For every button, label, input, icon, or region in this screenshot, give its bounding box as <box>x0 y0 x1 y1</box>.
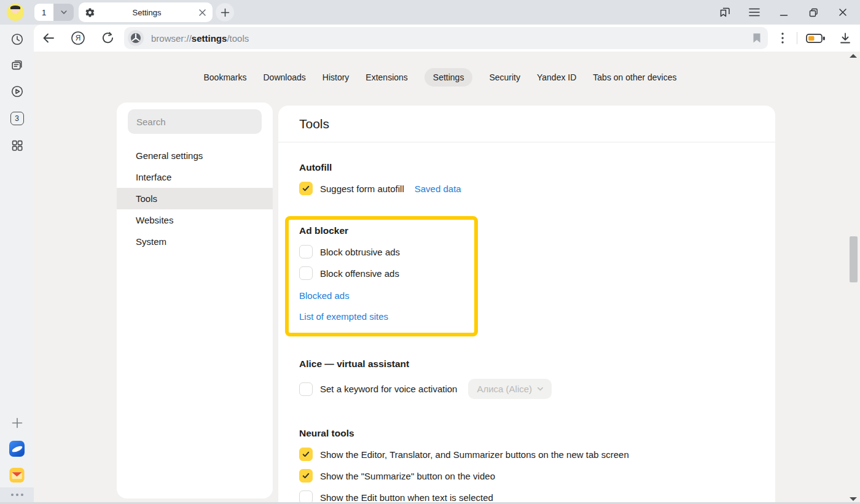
minimize-button[interactable] <box>769 0 799 25</box>
side-panel-button[interactable] <box>710 0 740 25</box>
saved-data-link[interactable]: Saved data <box>415 184 461 194</box>
suggest-autofill-row: Suggest form autofill Saved data <box>299 182 754 195</box>
menu-button[interactable] <box>740 0 769 25</box>
reload-button[interactable] <box>100 31 115 45</box>
navigation-toolbar: Я browser://settings/tools <box>34 25 860 52</box>
settings-page: Bookmarks Downloads History Extensions S… <box>34 52 860 504</box>
summarize-button-label: Show the "Summarize" button on the video <box>320 471 495 481</box>
apps-grid-button[interactable] <box>9 138 25 153</box>
tab-counter-button[interactable]: 1 <box>34 4 53 21</box>
block-offensive-label: Block offensive ads <box>320 268 399 279</box>
edit-button-label: Show the Edit button when text is select… <box>320 492 493 503</box>
feed-button[interactable] <box>9 57 25 72</box>
scrollbar-thumb[interactable] <box>850 236 858 282</box>
grid-icon <box>10 138 25 153</box>
yandex-disk-app-button[interactable] <box>9 441 25 456</box>
voice-keyword-checkbox[interactable] <box>299 382 313 396</box>
clock-icon <box>10 32 25 47</box>
mail-app-icon <box>9 467 25 483</box>
new-tab-button[interactable] <box>216 3 234 21</box>
titlebar: 1 Settings <box>0 0 860 25</box>
neural-editor-row: Show the Editor, Translator, and Summari… <box>299 448 754 461</box>
autofill-heading: Autofill <box>299 161 754 174</box>
blocked-ads-link[interactable]: Blocked ads <box>299 290 464 301</box>
block-obtrusive-label: Block obtrusive ads <box>320 247 400 257</box>
tab-close-icon[interactable] <box>198 9 206 17</box>
search-input[interactable] <box>128 109 262 134</box>
editor-buttons-checkbox[interactable] <box>299 448 313 461</box>
back-arrow-icon <box>42 32 55 44</box>
video-button[interactable] <box>9 83 25 99</box>
chevron-down-icon <box>60 8 68 17</box>
menu-item-tools[interactable]: Tools <box>117 188 273 209</box>
tab-list-chevron-button[interactable] <box>53 4 74 21</box>
keyword-dropdown-value: Алиса (Alice) <box>477 384 532 394</box>
battery-saver-button[interactable] <box>806 33 825 44</box>
profile-avatar[interactable] <box>7 4 24 21</box>
menu-item-general[interactable]: General settings <box>117 145 273 166</box>
block-obtrusive-row: Block obtrusive ads <box>299 245 464 258</box>
scroll-up-arrow[interactable] <box>850 54 857 58</box>
window-controls <box>710 0 858 25</box>
tab-counter-group: 1 <box>34 4 74 21</box>
disk-app-icon <box>9 441 25 457</box>
maximize-button[interactable] <box>799 0 828 25</box>
settings-menu-panel: General settings Interface Tools Website… <box>117 103 273 498</box>
settings-nav: Bookmarks Downloads History Extensions S… <box>34 68 846 87</box>
nav-tab-extensions[interactable]: Extensions <box>366 68 407 87</box>
feed-pages-icon <box>10 58 25 72</box>
plus-icon <box>221 8 230 17</box>
more-actions-button[interactable] <box>775 31 790 45</box>
nav-tab-other-devices[interactable]: Tabs on other devices <box>593 68 676 87</box>
yandex-mail-app-button[interactable] <box>9 467 25 483</box>
summarize-button-checkbox[interactable] <box>299 469 313 483</box>
tabs-button[interactable]: 3 <box>9 110 25 126</box>
history-button[interactable] <box>9 31 25 47</box>
chevron-down-icon <box>536 385 544 393</box>
add-panel-button[interactable] <box>9 415 25 430</box>
close-button[interactable] <box>828 0 858 25</box>
page-title: Tools <box>299 106 754 132</box>
yandex-search-button[interactable]: Я <box>71 31 85 45</box>
exempted-sites-link[interactable]: List of exempted sites <box>299 311 464 322</box>
nav-tab-yandex-id[interactable]: Yandex ID <box>537 68 576 87</box>
nav-tab-security[interactable]: Security <box>489 68 520 87</box>
suggest-autofill-checkbox[interactable] <box>299 182 313 195</box>
keyword-dropdown[interactable]: Алиса (Alice) <box>468 379 552 399</box>
nav-tab-history[interactable]: History <box>322 68 350 87</box>
toolbar-divider <box>797 32 797 44</box>
site-badge-icon[interactable] <box>128 30 144 46</box>
back-button[interactable] <box>41 31 56 45</box>
bookmark-icon[interactable] <box>752 33 762 44</box>
rail-more-button[interactable] <box>0 487 34 502</box>
title-divider <box>278 142 775 142</box>
block-offensive-row: Block offensive ads <box>299 266 464 280</box>
close-icon <box>838 8 847 17</box>
sidebar-rail: 3 <box>0 25 34 504</box>
downloads-button[interactable] <box>837 30 853 46</box>
scrollbar <box>846 52 860 502</box>
voice-keyword-label: Set a keyword for voice activation <box>320 384 457 394</box>
ad-blocker-heading: Ad blocker <box>299 225 464 237</box>
neural-summarize-row: Show the "Summarize" button on the video <box>299 469 754 483</box>
address-bar[interactable]: browser://settings/tools <box>124 27 768 49</box>
check-icon <box>301 471 311 481</box>
block-obtrusive-checkbox[interactable] <box>299 245 313 258</box>
scroll-down-arrow[interactable] <box>850 497 857 501</box>
browser-tab[interactable]: Settings <box>79 2 213 22</box>
block-offensive-checkbox[interactable] <box>299 266 313 280</box>
settings-content-card: Tools Autofill Suggest form autofill Sav… <box>278 106 775 504</box>
menu-item-interface[interactable]: Interface <box>117 166 273 188</box>
menu-item-websites[interactable]: Websites <box>117 209 273 231</box>
nav-tab-settings[interactable]: Settings <box>424 68 473 87</box>
yandex-ya-icon: Я <box>71 31 85 45</box>
ad-blocker-highlight-group: Ad blocker Block obtrusive ads Block off… <box>285 216 478 336</box>
nav-tab-downloads[interactable]: Downloads <box>264 68 306 87</box>
menu-item-system[interactable]: System <box>117 231 273 252</box>
editor-buttons-label: Show the Editor, Translator, and Summari… <box>320 449 629 460</box>
minimize-icon <box>780 8 788 17</box>
nav-tab-bookmarks[interactable]: Bookmarks <box>203 68 246 87</box>
restore-icon <box>809 8 818 17</box>
tab-count-badge: 3 <box>10 112 24 125</box>
hamburger-icon <box>749 8 760 17</box>
